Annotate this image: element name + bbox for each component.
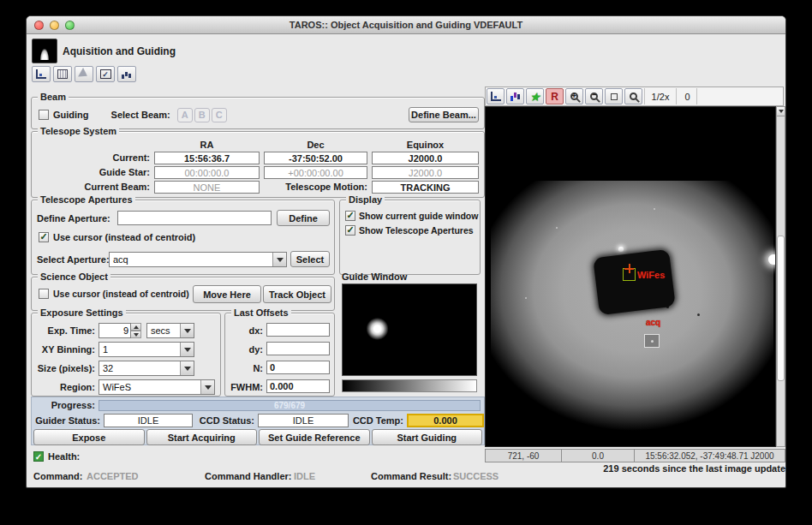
progress-bar: 679/679 — [99, 400, 481, 411]
plot-axes-tool-button[interactable] — [32, 66, 51, 82]
exp-time-units-combo[interactable]: secs — [146, 323, 194, 338]
sky-image-view[interactable]: WiFes acq — [485, 106, 776, 447]
chevron-down-icon[interactable] — [272, 253, 286, 266]
equinox-column-header: Equinox — [372, 140, 479, 150]
pointer-tool-button[interactable] — [75, 66, 93, 82]
chevron-down-icon[interactable] — [180, 361, 194, 375]
scroll-up-button[interactable] — [777, 107, 785, 116]
star-icon: ★ — [529, 91, 540, 103]
display-check-tool-button[interactable] — [96, 66, 115, 82]
display-check-tool-icon — [100, 69, 111, 79]
image-vertical-scrollbar[interactable] — [776, 106, 785, 447]
grid-tool-button[interactable] — [53, 66, 72, 82]
select-aperture-combo[interactable]: acq — [109, 252, 287, 267]
image-toolbar: ★ R 1/2x 0 — [485, 87, 784, 106]
beam-c-button[interactable]: C — [212, 108, 227, 122]
current-dec-field: -37:50:52.00 — [264, 152, 367, 164]
histogram-tool-icon — [122, 75, 124, 79]
aperture-cursor-checkbox[interactable] — [39, 232, 49, 242]
health-checkbox[interactable] — [33, 451, 44, 462]
aperture-crosshair-icon — [624, 264, 634, 273]
aperture-cursor-label: Use cursor (instead of centroid) — [53, 232, 195, 242]
plot-axes-icon — [491, 92, 501, 101]
chevron-down-icon[interactable] — [180, 343, 194, 356]
illuminated-field — [491, 181, 773, 443]
color-histogram-icon — [510, 96, 513, 101]
show-apertures-checkbox[interactable] — [345, 225, 355, 236]
guide-window-image[interactable] — [342, 283, 477, 376]
acq-aperture-box — [644, 334, 660, 348]
binning-combo[interactable]: 1 — [99, 342, 194, 357]
plot-axes-tool-icon — [36, 69, 46, 79]
guiding-checkbox[interactable] — [39, 110, 49, 120]
ra-column-header: RA — [154, 140, 260, 150]
acq-aperture-label: acq — [646, 318, 660, 327]
exposure-settings-group: Exposure Settings Exp. Time: 9 secs XY B… — [31, 313, 221, 397]
move-here-button[interactable]: Move Here — [193, 285, 261, 303]
expose-button[interactable]: Expose — [33, 429, 145, 445]
show-guide-window-checkbox[interactable] — [345, 211, 355, 221]
select-button[interactable]: Select — [290, 251, 330, 267]
window-title: TAROS:: Object Acquisition and Guiding V… — [27, 20, 785, 30]
region-combo[interactable]: WiFeS — [99, 379, 215, 395]
plot-axes-button[interactable] — [487, 88, 505, 104]
define-button[interactable]: Define — [277, 210, 330, 226]
define-beam-button[interactable]: Define Beam... — [409, 107, 479, 122]
red-marker-button[interactable]: R — [546, 88, 564, 104]
region-value: WiFeS — [99, 380, 200, 394]
zoom-level-display: 1/2x — [644, 88, 677, 104]
chevron-down-icon[interactable] — [180, 324, 194, 337]
zoom-out-button[interactable] — [585, 88, 603, 104]
science-cursor-checkbox[interactable] — [39, 289, 49, 299]
health-label: Health: — [48, 451, 80, 462]
beam-b-button[interactable]: B — [194, 108, 210, 122]
command-label: Command: — [33, 471, 82, 481]
current-beam-field: NONE — [154, 181, 260, 194]
pixel-coords-cell: 721, -60 — [485, 449, 562, 462]
binning-value: 1 — [99, 343, 180, 356]
bright-star — [618, 247, 624, 252]
track-object-button[interactable]: Track Object — [263, 285, 331, 303]
last-offsets-title: Last Offsets — [231, 307, 291, 319]
dec-column-header: Dec — [264, 140, 367, 150]
magnifier-button[interactable] — [624, 88, 642, 104]
pixel-value-cell: 0.0 — [562, 449, 635, 462]
exp-time-units-value: secs — [147, 324, 180, 337]
wifes-field-shadow — [593, 249, 676, 315]
chevron-down-icon[interactable] — [200, 380, 214, 394]
color-histogram-button[interactable] — [506, 88, 524, 104]
guide-star-dec-field: +00:00:00.00 — [264, 166, 367, 179]
beam-group-title: Beam — [38, 92, 69, 103]
define-aperture-label: Define Aperture: — [37, 213, 110, 224]
fwhm-label: FWHM: — [225, 382, 263, 392]
window-titlebar[interactable]: TAROS:: Object Acquisition and Guiding V… — [27, 16, 785, 34]
telescope-motion-field: TRACKING — [372, 181, 479, 194]
zoom-in-icon — [570, 92, 578, 100]
psf-thumbnail-icon — [32, 39, 57, 63]
star-overlay-button[interactable]: ★ — [526, 88, 544, 104]
histogram-tool-button[interactable] — [117, 66, 136, 82]
start-acquiring-button[interactable]: Start Acquiring — [146, 429, 258, 445]
beam-group: Beam Guiding Select Beam: A B C Define B… — [31, 97, 485, 129]
telescope-motion-label: Telescope Motion: — [264, 181, 367, 194]
edge-bright-blob — [768, 254, 776, 265]
spinner-down-icon[interactable] — [131, 331, 141, 338]
current-ra-field: 15:56:36.7 — [154, 152, 260, 164]
define-aperture-input[interactable] — [117, 211, 272, 225]
command-result-label: Command Result: — [371, 471, 451, 481]
beam-a-button[interactable]: A — [177, 108, 193, 122]
set-guide-reference-button[interactable]: Set Guide Reference — [259, 429, 370, 445]
exp-time-value[interactable]: 9 — [99, 323, 131, 338]
size-combo[interactable]: 32 — [99, 361, 194, 376]
n-label: N: — [225, 363, 263, 373]
spinner-up-icon[interactable] — [131, 323, 141, 331]
actual-size-button[interactable] — [605, 88, 623, 104]
zoom-in-button[interactable] — [565, 88, 583, 104]
scrollbar-thumb[interactable] — [777, 236, 785, 381]
last-offsets-group: Last Offsets dx: dy: N: 0 FWHM: 0.000 — [224, 313, 335, 397]
show-apertures-label: Show Telescope Apertures — [359, 225, 474, 236]
start-guiding-button[interactable]: Start Guiding — [372, 429, 483, 445]
exp-time-spinner[interactable]: 9 — [99, 323, 141, 338]
rotation-display: 0 — [678, 88, 697, 104]
pointer-tool-icon — [78, 68, 90, 81]
